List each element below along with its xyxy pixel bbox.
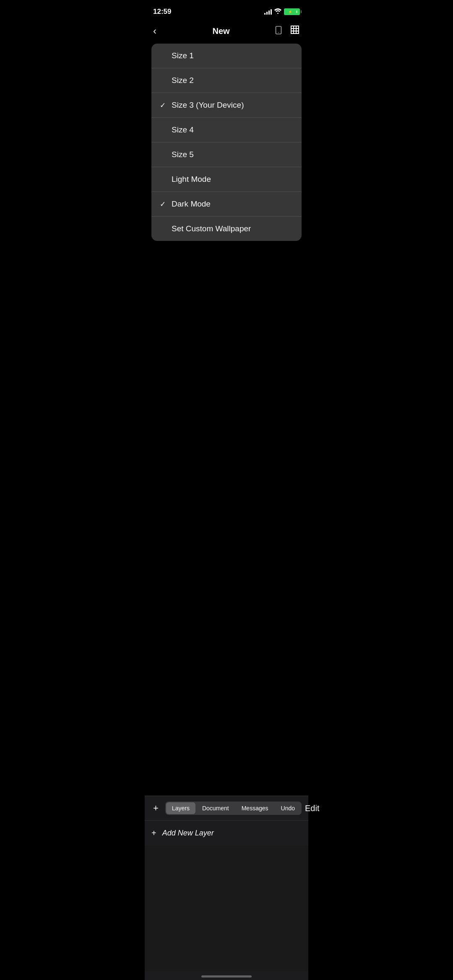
status-time: 12:59 bbox=[153, 8, 171, 16]
dropdown-item-size2[interactable]: Size 2 bbox=[151, 68, 302, 93]
back-button[interactable]: ‹ bbox=[153, 25, 168, 37]
dropdown-label-lightMode: Light Mode bbox=[172, 175, 211, 184]
svg-text:⚡: ⚡ bbox=[288, 10, 292, 14]
dropdown-label-wallpaper: Set Custom Wallpaper bbox=[172, 224, 251, 233]
dropdown-container: Size 1Size 2✓Size 3 (Your Device)Size 4S… bbox=[145, 44, 308, 241]
dropdown-item-size1[interactable]: Size 1 bbox=[151, 44, 302, 68]
dropdown-item-size3[interactable]: ✓Size 3 (Your Device) bbox=[151, 93, 302, 118]
svg-rect-2 bbox=[296, 10, 297, 13]
dropdown-item-size4[interactable]: Size 4 bbox=[151, 118, 302, 142]
signal-bar-3 bbox=[268, 10, 270, 15]
phone-icon[interactable] bbox=[274, 26, 283, 37]
svg-point-0 bbox=[277, 13, 279, 14]
dropdown-label-size3: Size 3 (Your Device) bbox=[172, 101, 244, 110]
battery-icon: ⚡ bbox=[284, 8, 300, 15]
dropdown-label-size1: Size 1 bbox=[172, 51, 194, 60]
nav-icons bbox=[274, 25, 300, 37]
dropdown-label-darkMode: Dark Mode bbox=[172, 199, 211, 209]
signal-bar-4 bbox=[271, 9, 272, 15]
dropdown-label-size4: Size 4 bbox=[172, 125, 194, 134]
dropdown-item-wallpaper[interactable]: Set Custom Wallpaper bbox=[151, 217, 302, 241]
status-bar: 12:59 ⚡ bbox=[145, 0, 308, 21]
signal-bar-1 bbox=[264, 13, 266, 15]
nav-bar: ‹ New bbox=[145, 21, 308, 43]
wifi-icon bbox=[274, 8, 281, 15]
dropdown-label-size2: Size 2 bbox=[172, 76, 194, 85]
status-icons: ⚡ bbox=[264, 8, 300, 15]
svg-rect-4 bbox=[276, 26, 281, 34]
grid-icon[interactable] bbox=[290, 25, 300, 37]
signal-bar-2 bbox=[266, 12, 268, 15]
signal-bars-icon bbox=[264, 9, 272, 15]
dropdown-menu: Size 1Size 2✓Size 3 (Your Device)Size 4S… bbox=[151, 44, 302, 241]
dropdown-item-size5[interactable]: Size 5 bbox=[151, 142, 302, 167]
page-title: New bbox=[168, 26, 274, 36]
dropdown-item-lightMode[interactable]: Light Mode bbox=[151, 167, 302, 192]
dropdown-check-darkMode: ✓ bbox=[160, 200, 170, 209]
dropdown-check-size3: ✓ bbox=[160, 101, 170, 110]
dropdown-label-size5: Size 5 bbox=[172, 150, 194, 159]
dropdown-item-darkMode[interactable]: ✓Dark Mode bbox=[151, 192, 302, 217]
